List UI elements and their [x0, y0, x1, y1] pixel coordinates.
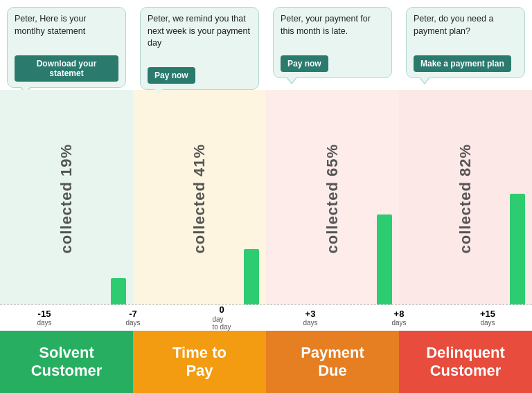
label-time-to-pay-text: Time to Pay: [172, 344, 227, 381]
speech-bubble-4: Peter, do you need a payment plan? Make …: [406, 7, 525, 78]
day-word-5: days: [391, 319, 406, 327]
label-delinquent-text: Delinquent Customer: [426, 344, 505, 381]
labels-row: Solvent Customer Time to Pay Payment Due…: [0, 331, 532, 393]
chart-col-3: collected 65%: [266, 90, 399, 304]
bubble-text-2: Peter, we remind you that next week is y…: [148, 14, 250, 48]
day-word-4: days: [303, 319, 317, 327]
bubbles-row: Peter, Here is your montlhy statement Do…: [0, 0, 532, 90]
speech-bubble-1: Peter, Here is your montlhy statement Do…: [7, 7, 126, 88]
collected-label-3: collected 65%: [323, 141, 342, 254]
make-payment-plan-button[interactable]: Make a payment plan: [414, 55, 511, 72]
speech-bubble-3: Peter, your payment for this month is la…: [273, 7, 392, 78]
timeline-seg-1: -15 days: [0, 309, 89, 327]
timeline-seg-5: +8 days: [355, 309, 443, 327]
pay-now-button-2[interactable]: Pay now: [281, 55, 328, 72]
timeline-seg-3: 0 day to day: [177, 305, 266, 330]
day-label-6: +15 days: [480, 309, 495, 327]
label-payment-due-text: Payment Due: [301, 344, 364, 381]
chart-section: collected 19% collected 41% collected 65…: [0, 90, 532, 304]
label-delinquent: Delinquent Customer: [399, 331, 532, 393]
day-label-2: -7 days: [125, 309, 140, 327]
day-label-1: -15 days: [37, 309, 51, 327]
collected-label-2: collected 41%: [190, 141, 209, 254]
day-num-1: -15: [38, 309, 51, 319]
timeline-row: -15 days -7 days 0 day to day +3 days +8: [0, 304, 532, 331]
timeline-seg-6: +15 days: [443, 309, 532, 327]
bubble-col-4: Peter, do you need a payment plan? Make …: [399, 0, 532, 90]
chart-col-2: collected 41%: [133, 90, 266, 304]
day-num-3: 0: [219, 305, 224, 315]
main-container: Peter, Here is your montlhy statement Do…: [0, 0, 532, 393]
speech-bubble-2: Peter, we remind you that next week is y…: [140, 7, 259, 90]
bar-2: [244, 249, 259, 304]
label-solvent-text: Solvent Customer: [31, 344, 103, 381]
label-solvent: Solvent Customer: [0, 331, 133, 393]
chart-col-4: collected 82%: [399, 90, 532, 304]
bubble-text-3: Peter, your payment for this month is la…: [281, 14, 371, 36]
bubble-text-4: Peter, do you need a payment plan?: [414, 14, 493, 36]
day-word-6: days: [480, 319, 495, 327]
day-num-5: +8: [394, 309, 405, 319]
chart-col-1: collected 19%: [0, 90, 133, 304]
timeline-seg-2: -7 days: [89, 309, 177, 327]
day-num-4: +3: [305, 309, 316, 319]
label-time-to-pay: Time to Pay: [133, 331, 266, 393]
bar-4: [510, 194, 525, 304]
day-label-5: +8 days: [391, 309, 406, 327]
day-num-2: -7: [129, 309, 137, 319]
bubble-text-1: Peter, Here is your montlhy statement: [15, 14, 87, 36]
day-word-1: days: [37, 319, 51, 327]
pay-now-button-1[interactable]: Pay now: [148, 67, 195, 84]
bubble-col-3: Peter, your payment for this month is la…: [266, 0, 399, 90]
bar-3: [377, 214, 392, 304]
day-num-6: +15: [480, 309, 495, 319]
day-word-3: day to day: [212, 316, 231, 331]
collected-label-1: collected 19%: [57, 141, 76, 254]
day-label-4: +3 days: [303, 309, 317, 327]
bubble-col-1: Peter, Here is your montlhy statement Do…: [0, 0, 133, 90]
download-statement-button[interactable]: Download your statemet: [15, 55, 118, 82]
day-word-2: days: [125, 319, 140, 327]
bubble-col-2: Peter, we remind you that next week is y…: [133, 0, 266, 90]
label-payment-due: Payment Due: [266, 331, 399, 393]
bar-1: [111, 278, 126, 304]
timeline-seg-4: +3 days: [266, 309, 355, 327]
day-label-3: 0 day to day: [212, 305, 231, 330]
collected-label-4: collected 82%: [456, 141, 475, 254]
